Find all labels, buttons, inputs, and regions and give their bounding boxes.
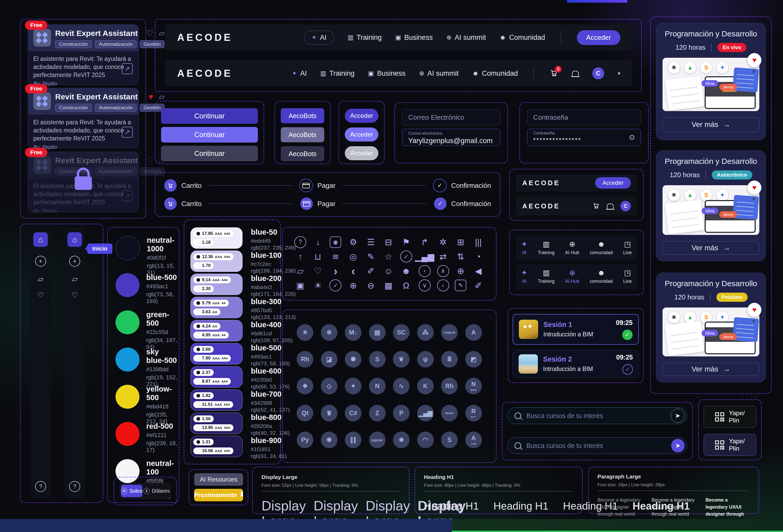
sun-icon[interactable]: ☀	[314, 281, 322, 290]
favorite-heart-icon[interactable]: ♥	[747, 53, 761, 67]
step-circle-confirmación[interactable]: ✓	[434, 197, 446, 210]
tree-logo[interactable]: ✾	[321, 432, 338, 448]
nav-item-comunidad[interactable]: ☻Comunidad	[472, 69, 518, 77]
share-nodes-icon[interactable]: ✲	[439, 238, 447, 246]
aecobots-button-default[interactable]: AecoBots	[281, 108, 324, 123]
copy-ai-logo[interactable]: copy.ai	[441, 324, 458, 341]
aecobots-button-disabled[interactable]: AecoBots	[281, 146, 324, 161]
heart-icon[interactable]: ♡	[314, 267, 322, 275]
home-icon[interactable]: ⌂	[33, 232, 48, 247]
home-icon[interactable]: ⌂	[67, 232, 82, 247]
calendar-plus-icon[interactable]: ▦	[384, 281, 393, 290]
nav-item-ai[interactable]: ✦AI	[304, 31, 334, 44]
external-link-icon[interactable]: ↗	[122, 63, 133, 74]
zotero-logo[interactable]: Z	[369, 405, 386, 421]
chart-bars-icon[interactable]: |||	[475, 238, 482, 246]
external-link-icon[interactable]: ↗	[122, 190, 133, 201]
stable-s-logo[interactable]: S	[369, 351, 386, 368]
kaggle-logo[interactable]: K	[417, 378, 434, 395]
anthropic-logo[interactable]: ✻	[321, 324, 338, 341]
session-card-1[interactable]: Sesión 1Introducción a BIM09:25✓	[513, 314, 639, 345]
favorite-heart-icon[interactable]: ♥	[747, 303, 761, 317]
download-icon[interactable]: ↓	[316, 238, 320, 246]
heart-icon[interactable]: ♡	[37, 292, 44, 299]
folder-open-icon[interactable]: ▱	[297, 267, 304, 275]
share-brand-logo[interactable]: ⁂	[417, 324, 434, 341]
step-circle-pagar[interactable]	[300, 197, 313, 210]
tab-training[interactable]: ▥Training	[538, 241, 555, 255]
color-swatch[interactable]	[116, 385, 139, 409]
color-swatch[interactable]	[116, 273, 139, 297]
shade-pill[interactable]: 9.14AAAAAA2.30	[190, 274, 243, 295]
aecobots-button-hover[interactable]: AecoBots	[281, 127, 324, 142]
share-arrow-icon[interactable]: ↱	[421, 238, 428, 246]
rhino-logo[interactable]: Rh	[296, 351, 313, 368]
folder-icon[interactable]: ▱	[159, 93, 165, 100]
bell-icon[interactable]	[572, 71, 579, 76]
circle-chevron-up-icon[interactable]: ∧	[437, 265, 449, 277]
users-icon[interactable]: ☻	[402, 267, 411, 275]
currency-soles[interactable]: S/Soles	[121, 484, 142, 497]
screen-share-icon[interactable]: ⊞	[457, 238, 464, 246]
yape-plin-button[interactable]: Yape/Plin	[703, 406, 756, 428]
markdown-logo[interactable]: M↓	[345, 324, 362, 341]
favorite-heart-icon[interactable]: ♡	[146, 157, 153, 164]
origami-logo[interactable]: ❋	[393, 432, 410, 448]
powerbi-logo[interactable]: ▁▄▆	[417, 405, 434, 421]
shade-pill[interactable]: 1.5013.95AAAAAA	[190, 413, 243, 434]
shade-pill[interactable]: 5.79AAAAA3.63AA	[190, 297, 243, 318]
pencil-icon[interactable]: ✎	[367, 252, 374, 261]
help-icon[interactable]: ?	[69, 481, 80, 492]
password-input-filled[interactable]: Contraseña *************** ⊙	[527, 129, 641, 146]
chevron-left-icon[interactable]: ‹	[351, 265, 355, 277]
bookmark-icon[interactable]: ⚑	[402, 238, 410, 246]
password-input[interactable]: Contraseña	[527, 109, 641, 125]
revit-assistant-card[interactable]: Revit Expert Assistant♡▱ConstrucciónAuto…	[28, 152, 139, 212]
shade-pill[interactable]: 1.3116.06AAAAAA	[190, 436, 243, 457]
circle-chevron-down-icon[interactable]: ∨	[419, 279, 431, 291]
nav-item-training[interactable]: ▥Training	[348, 34, 382, 42]
pen-icon[interactable]: ✐	[475, 281, 482, 290]
tab-training[interactable]: ▥Training	[538, 269, 555, 284]
gemini-logo[interactable]: ✦	[345, 378, 362, 395]
ver-mas-button[interactable]: Ver más→	[662, 117, 759, 132]
shade-pill[interactable]: 4.24AA4.95AAAAA	[190, 320, 243, 341]
python-logo[interactable]: Py	[296, 432, 313, 448]
acceder-button[interactable]: Acceder	[595, 177, 631, 189]
nav-item-comunidad[interactable]: ☻Comunidad	[499, 34, 545, 42]
folder-icon[interactable]: ▱	[72, 276, 77, 283]
tab-ia[interactable]: ✦IA	[521, 241, 527, 255]
tracks-logo[interactable]: ∥∥	[345, 432, 362, 448]
check-circle-2-icon[interactable]: ✓	[330, 279, 341, 291]
course-card-1[interactable]: Programación y Desarrollo120 horasEn viv…	[656, 23, 766, 140]
check-circle-icon[interactable]: ✓	[400, 251, 412, 262]
revit-rvt-logo[interactable]: RRVT	[465, 405, 482, 421]
continuar-button-hover[interactable]: Continuar	[161, 127, 258, 143]
nav-item-business[interactable]: ▣Business	[368, 69, 405, 77]
shade-pill[interactable]: 17.85AAAAAA1.18	[190, 227, 243, 249]
circle-chevron-left-icon[interactable]: ‹	[437, 279, 449, 291]
qt-logo[interactable]: Qt	[296, 405, 313, 421]
close-icon[interactable]: ×	[752, 196, 755, 202]
instagram-icon[interactable]: ▣	[296, 281, 304, 290]
bird-logo[interactable]: ∿	[393, 378, 410, 395]
favorite-heart-icon[interactable]: ♥	[747, 181, 761, 195]
course-card-3[interactable]: Programación y Desarrollo120 horasPróxim…	[656, 273, 766, 382]
tab-comunidad[interactable]: ☻comunidad	[590, 269, 613, 284]
user-icon[interactable]: ☺	[384, 267, 393, 275]
gauge-icon[interactable]: ◔	[476, 252, 481, 261]
favorite-heart-icon[interactable]: ♡	[146, 29, 153, 37]
bell-icon[interactable]	[607, 204, 614, 209]
chevron-down-icon[interactable]: ▾	[618, 71, 620, 76]
search-input-active[interactable]: Busca cursos de tu interés ➤	[507, 437, 687, 454]
revit-assistant-card[interactable]: Revit Expert Assistant♥▱ConstrucciónAuto…	[28, 88, 139, 148]
zoom-in-icon[interactable]: ⊕	[349, 281, 357, 290]
arcs-logo[interactable]: ◠	[417, 432, 434, 448]
soundcloud-logo[interactable]: SC	[393, 324, 410, 341]
add-icon[interactable]: +	[69, 256, 80, 267]
email-input-filled[interactable]: Correo electrónico Yarylizgenplus@gmail.…	[402, 129, 500, 146]
tab-live[interactable]: ◳Live	[623, 269, 632, 284]
trash-icon[interactable]: ⊟	[385, 238, 392, 246]
cube-logo[interactable]: ◩	[465, 351, 482, 368]
camera-icon[interactable]: ◉	[330, 237, 341, 248]
